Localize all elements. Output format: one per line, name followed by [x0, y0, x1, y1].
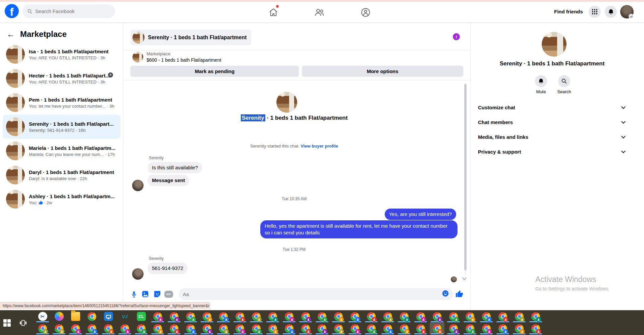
file-explorer-icon[interactable]	[71, 312, 80, 321]
taskbar-app-button[interactable]	[117, 323, 132, 334]
gif-icon[interactable]: GIF	[164, 290, 173, 298]
taskbar-app-button[interactable]	[512, 311, 527, 322]
taskbar-app-button[interactable]	[463, 311, 477, 322]
taskbar-app-button[interactable]	[380, 311, 395, 322]
chrome-profile-icon[interactable]	[268, 312, 277, 321]
find-friends-button[interactable]: Find friends	[554, 9, 583, 14]
chrome-profile-icon[interactable]	[318, 312, 326, 321]
taskbar-app-button[interactable]	[134, 323, 149, 334]
chrome-profile-icon[interactable]	[153, 312, 162, 321]
taskbar-app-button[interactable]	[216, 323, 231, 334]
chrome-profile-icon[interactable]	[367, 312, 376, 321]
chrome-profile-icon[interactable]	[383, 324, 392, 333]
chrome-profile-icon[interactable]	[203, 324, 211, 333]
chrome-profile-icon[interactable]	[252, 312, 261, 321]
like-thumb-icon[interactable]	[455, 290, 464, 298]
panel-section-row[interactable]: Customize chat	[471, 100, 634, 115]
taskbar-app-button[interactable]	[35, 323, 50, 334]
taskbar-app-button[interactable]	[315, 323, 329, 334]
taskbar-app-button[interactable]	[364, 323, 379, 334]
visual-studio-icon[interactable]: VJ	[120, 312, 129, 321]
chrome-profile-icon[interactable]	[433, 324, 441, 333]
taskbar-app-button[interactable]	[528, 311, 543, 322]
scrollbar-thumb[interactable]	[464, 84, 467, 270]
conversation-info-icon[interactable]: i	[453, 33, 460, 40]
chrome-profile-icon[interactable]	[120, 324, 129, 333]
taskbar-app-button[interactable]	[446, 323, 461, 334]
taskbar-app-button[interactable]	[249, 323, 264, 334]
emoji-icon[interactable]	[442, 290, 449, 298]
taskbar-app-button[interactable]	[200, 323, 214, 334]
conversation-list-item[interactable]: Mariela · 1 beds 1 bath Flat/apartm... M…	[3, 139, 120, 163]
taskbar-app-button[interactable]	[265, 323, 280, 334]
chrome-profile-icon[interactable]	[153, 324, 162, 333]
taskbar-app-button[interactable]	[85, 323, 99, 334]
chrome-profile-icon[interactable]	[170, 324, 178, 333]
chrome-profile-icon[interactable]	[219, 312, 228, 321]
taskbar-app-button[interactable]	[150, 311, 165, 322]
chrome-profile-icon[interactable]	[416, 324, 425, 333]
taskbar-app-button[interactable]	[68, 323, 83, 334]
apps-grid-icon[interactable]	[589, 6, 601, 18]
taskbar-app-button[interactable]	[265, 311, 280, 322]
taskbar-app-button[interactable]	[216, 311, 231, 322]
chrome-profile-icon[interactable]	[531, 312, 540, 321]
chrome-profile-icon[interactable]	[186, 312, 195, 321]
taskbar-app-button[interactable]	[183, 311, 198, 322]
chrome-profile-icon[interactable]	[285, 312, 293, 321]
taskbar-app-button[interactable]	[347, 311, 362, 322]
conversation-list-item[interactable]: Pem · 1 beds 1 bath Flat/apartment You: …	[3, 91, 120, 115]
search-in-conversation-button[interactable]: Search	[554, 75, 574, 94]
chrome-profile-icon[interactable]	[498, 312, 507, 321]
chrome-profile-icon[interactable]	[88, 324, 96, 333]
chrome-profile-icon[interactable]	[515, 312, 524, 321]
facebook-logo-icon[interactable]: f	[5, 4, 19, 18]
friends-icon[interactable]	[314, 7, 325, 18]
chrome-profile-icon[interactable]	[203, 312, 211, 321]
taskbar-app-button[interactable]	[331, 323, 346, 334]
taskbar-app-button[interactable]	[150, 323, 165, 334]
taskbar-app-button[interactable]	[397, 311, 412, 322]
conversation-list-item[interactable]: Ashley · 1 beds 1 bath Flat/apartm... Yo…	[3, 187, 120, 211]
taskbar-app-button[interactable]	[479, 311, 494, 322]
taskbar-app-button[interactable]	[200, 311, 214, 322]
taskbar-app-button[interactable]: VJ	[117, 311, 132, 322]
chrome-profile-icon[interactable]	[515, 324, 524, 333]
chrome-profile-icon[interactable]	[482, 312, 491, 321]
chat-scrollbar[interactable]	[464, 83, 467, 275]
taskbar-app-button[interactable]	[495, 323, 510, 334]
taskbar-app-button[interactable]	[68, 311, 83, 322]
taskbar-app-button[interactable]	[52, 311, 66, 322]
taskbar-app-button[interactable]	[364, 311, 379, 322]
taskbar-app-button[interactable]	[528, 323, 543, 334]
chrome-profile-icon[interactable]	[449, 312, 458, 321]
back-arrow-icon[interactable]: ←	[7, 30, 15, 38]
view-buyer-profile-link[interactable]: View buyer profile	[301, 144, 338, 149]
snipping-tool-icon[interactable]: ✂	[38, 312, 47, 321]
chrome-profile-icon[interactable]	[170, 312, 178, 321]
taskbar-app-button[interactable]	[249, 311, 264, 322]
taskbar-app-button[interactable]	[101, 323, 116, 334]
panel-section-row[interactable]: Media, files and links	[471, 129, 634, 144]
chrome-icon[interactable]	[88, 312, 96, 321]
chrome-profile-icon[interactable]	[433, 312, 441, 321]
taskbar-app-button[interactable]	[413, 323, 428, 334]
chrome-profile-icon[interactable]	[416, 312, 425, 321]
chrome-profile-icon[interactable]	[466, 312, 474, 321]
chrome-profile-icon[interactable]	[104, 324, 113, 333]
chrome-profile-icon[interactable]	[186, 324, 195, 333]
cl-app-icon[interactable]: CL	[137, 312, 146, 321]
taskbar-app-button[interactable]	[52, 323, 66, 334]
taskbar-app-button[interactable]: ✂	[35, 311, 50, 322]
chrome-profile-icon[interactable]	[482, 324, 491, 333]
sticker-icon[interactable]	[153, 290, 162, 298]
taskbar-app-button[interactable]	[430, 323, 444, 334]
chrome-profile-icon[interactable]	[235, 312, 244, 321]
conversation-list-item[interactable]: Serenity · 1 beds 1 bath Flat/apart... S…	[3, 115, 120, 139]
conversation-list-item[interactable]: Hectør · 1 beds 1 bath Flat/apart... You…	[3, 66, 120, 91]
taskbar-app-button[interactable]	[430, 311, 444, 322]
chrome-profile-icon[interactable]	[400, 324, 409, 333]
chrome-profile-icon[interactable]	[235, 324, 244, 333]
chrome-profile-icon[interactable]	[55, 324, 63, 333]
home-icon[interactable]	[268, 7, 279, 18]
